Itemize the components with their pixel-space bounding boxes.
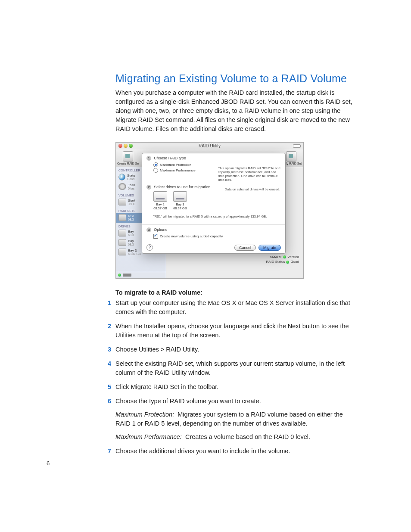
- drive-icon: [118, 230, 126, 236]
- info-icon: [118, 174, 125, 180]
- status-dot-icon: [118, 274, 121, 277]
- run-in-term: Maximum Protection:: [115, 411, 174, 418]
- document-page: Migrating an Existing Volume to a RAID V…: [0, 0, 411, 532]
- status-meter-icon: [123, 274, 131, 277]
- step-2-title: Select drives to use for migration: [154, 185, 210, 189]
- tool-label: Create RAID Se: [117, 162, 139, 165]
- window-title: RAID Utility: [116, 143, 303, 148]
- drive-icon: [173, 191, 187, 202]
- help-button[interactable]: ?: [146, 244, 153, 251]
- radio-icon: [153, 168, 158, 173]
- step-item: 1Start up your computer using the Mac OS…: [115, 299, 359, 317]
- step-item: 4Select the existing RAID set, which sup…: [115, 359, 359, 377]
- step-number-3: 3: [146, 227, 151, 232]
- procedure-heading: To migrate to a RAID volume:: [115, 289, 359, 296]
- drive-status-panel: SMARTVerified RAID StatusGood: [266, 255, 299, 264]
- raid-set-icon: [123, 151, 133, 162]
- checkbox-new-volume[interactable]: Create new volume using added capacity: [153, 234, 281, 239]
- run-in-term: Maximum Performance:: [115, 433, 182, 440]
- volume-icon: [118, 199, 126, 205]
- step-item: 7Choose the additional drives you want t…: [115, 447, 359, 456]
- drive-icon: [118, 249, 126, 255]
- page-number: 6: [47, 460, 50, 467]
- option-description: This option migrates RAID set "RS1" to a…: [218, 166, 282, 182]
- step-number-1: 1: [146, 156, 151, 161]
- status-bar: [116, 272, 166, 278]
- status-dot-icon: [283, 255, 286, 258]
- migrate-sheet: 1 Choose RAID type Maximum Protection Ma…: [142, 153, 286, 254]
- checkbox-icon: [153, 234, 158, 239]
- drive-choice-bay2[interactable]: Bay 2 68.37 GB: [153, 191, 167, 210]
- step-item: 3Choose Utilities > RAID Utility.: [115, 345, 359, 354]
- margin-rule: [58, 72, 58, 492]
- migrate-button[interactable]: Migrate: [258, 245, 281, 251]
- step-item: 2When the Installer opens, choose your l…: [115, 322, 359, 340]
- radio-icon: [153, 162, 158, 167]
- section-title: Migrating an Existing Volume to a RAID V…: [115, 72, 359, 85]
- verify-icon: [286, 151, 296, 162]
- drive-icon: [118, 239, 126, 246]
- cancel-button[interactable]: Cancel: [234, 245, 256, 251]
- drive-icon: [153, 191, 167, 202]
- step-1-title: Choose RAID type: [154, 156, 186, 160]
- gear-icon: [118, 183, 126, 190]
- toolbar-toggle-icon: [293, 144, 301, 148]
- raid-utility-screenshot: RAID Utility Create RAID Se Verify RAID …: [115, 142, 304, 279]
- step-3-title: Options: [154, 227, 167, 232]
- step-number-2: 2: [146, 185, 151, 190]
- drive-choice-bay3[interactable]: Bay 3 68.37 GB: [173, 191, 187, 210]
- migration-result-note: "RS1" will be migrated to a RAID 5 with …: [153, 215, 281, 218]
- step-item: 5Click Migrate RAID Set in the toolbar.: [115, 383, 359, 392]
- create-raid-set-button[interactable]: Create RAID Se: [116, 151, 140, 165]
- status-dot-icon: [286, 261, 289, 264]
- intro-paragraph: When you purchase a computer with the RA…: [115, 88, 359, 134]
- raid-set-icon: [118, 214, 126, 221]
- procedure-steps: 1Start up your computer using the Mac OS…: [115, 299, 359, 456]
- step-item: 6Choose the type of RAID volume you want…: [115, 397, 359, 442]
- erase-warning: Data on selected drives will be erased.: [225, 187, 280, 191]
